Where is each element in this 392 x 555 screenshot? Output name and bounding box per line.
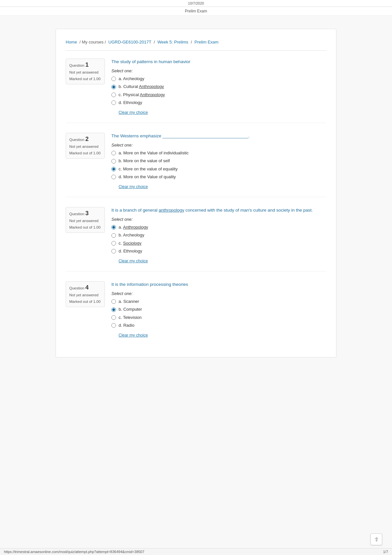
question-2-select-label: Select one: — [111, 143, 326, 147]
question-4-radio-b[interactable] — [111, 307, 116, 312]
breadcrumb-course[interactable]: UGRD-GE6100-2017T — [108, 40, 151, 44]
question-3-radio-d[interactable] — [111, 249, 116, 253]
question-3-block: Question 3 Not yet answered Marked out o… — [66, 207, 326, 271]
question-2-option-d[interactable]: d. More on the Value of quality — [111, 174, 326, 180]
question-1-option-a[interactable]: a. Archeology — [111, 76, 326, 82]
question-2-option-a[interactable]: a. More on the Value of individualistic — [111, 150, 326, 156]
question-4-option-a[interactable]: a. Scanner — [111, 299, 326, 304]
question-2-text: The Westerns emphasize _________________… — [111, 133, 326, 139]
question-4-label-d[interactable]: d. Radio — [119, 322, 134, 328]
question-3-content: It is a branch of general anthropology c… — [111, 207, 326, 263]
question-1-radio-b[interactable] — [111, 85, 116, 89]
question-1-content: The study of patterns in human behavior … — [111, 59, 326, 115]
breadcrumb: Home / My courses / UGRD-GE6100-2017T / … — [66, 36, 326, 51]
question-4-label-c[interactable]: c. Television — [119, 315, 142, 321]
question-4-number: 4 — [85, 284, 89, 291]
question-3-status: Not yet answered — [69, 218, 101, 223]
question-1-label-c[interactable]: c. Physical Anthropology — [119, 92, 165, 98]
question-3-label-b[interactable]: b. Archeology — [119, 232, 144, 238]
question-2-clear-choice[interactable]: Clear my choice — [119, 184, 148, 189]
question-4-option-d[interactable]: d. Radio — [111, 322, 326, 328]
question-2-label-b[interactable]: b. More on the value of self — [119, 158, 170, 164]
question-3-select-label: Select one: — [111, 217, 326, 222]
question-2-option-c[interactable]: c. More on the value of equality — [111, 166, 326, 172]
main-container: Home / My courses / UGRD-GE6100-2017T / … — [56, 29, 336, 357]
page-title-bar: Prelim Exam — [0, 7, 392, 16]
question-3-label-c[interactable]: c. Sociology — [119, 240, 141, 246]
question-4-text: It is the information processing theorie… — [111, 281, 326, 288]
question-2-number: 2 — [85, 136, 89, 142]
question-2-mark: Marked out of 1.00 — [69, 150, 101, 156]
question-1-label-d[interactable]: d. Ethnology — [119, 100, 142, 106]
question-2-label-c[interactable]: c. More on the value of equality — [119, 166, 178, 172]
question-1-block: Question 1 Not yet answered Marked out o… — [66, 59, 326, 123]
question-2-radio-c[interactable] — [111, 167, 116, 171]
question-4-sidebar: Question 4 Not yet answered Marked out o… — [66, 281, 105, 307]
question-3-sidebar: Question 3 Not yet answered Marked out o… — [66, 207, 105, 233]
question-3-radio-b[interactable] — [111, 233, 116, 238]
question-3-option-a[interactable]: a. Anthropology — [111, 224, 326, 230]
question-1-sidebar: Question 1 Not yet answered Marked out o… — [66, 59, 105, 84]
question-1-mark: Marked out of 1.00 — [69, 76, 101, 81]
question-4-label-a[interactable]: a. Scanner — [119, 299, 139, 304]
question-3-radio-c[interactable] — [111, 241, 116, 246]
question-3-option-d[interactable]: d. Ethnology — [111, 248, 326, 254]
question-3-number: 3 — [85, 210, 89, 217]
breadcrumb-exam[interactable]: Prelim Exam — [194, 40, 219, 44]
question-1-radio-d[interactable] — [111, 100, 116, 105]
question-4-radio-d[interactable] — [111, 323, 116, 328]
question-1-radio-c[interactable] — [111, 93, 116, 97]
question-3-text: It is a branch of general anthropology c… — [111, 207, 326, 214]
question-4-mark: Marked out of 1.00 — [69, 299, 101, 304]
question-1-label-b[interactable]: b. Cultural Anthropology — [119, 84, 164, 90]
breadcrumb-week[interactable]: Week 5: Prelims — [157, 40, 188, 44]
question-2-label-d[interactable]: d. More on the Value of quality — [119, 174, 176, 180]
question-4-select-label: Select one: — [111, 291, 326, 296]
question-1-number: 1 — [85, 61, 89, 68]
question-3-option-c[interactable]: c. Sociology — [111, 240, 326, 246]
question-3-mark: Marked out of 1.00 — [69, 225, 101, 230]
question-2-label-a[interactable]: a. More on the Value of individualistic — [119, 150, 188, 156]
question-2-block: Question 2 Not yet answered Marked out o… — [66, 133, 326, 197]
question-4-option-b[interactable]: b. Computer — [111, 306, 326, 312]
question-3-label-a[interactable]: a. Anthropology — [119, 224, 148, 230]
question-2-option-b[interactable]: b. More on the value of self — [111, 158, 326, 164]
question-3-clear-choice[interactable]: Clear my choice — [119, 259, 148, 263]
question-2-sidebar: Question 2 Not yet answered Marked out o… — [66, 133, 105, 159]
question-1-status: Not yet answered — [69, 70, 101, 75]
question-2-radio-b[interactable] — [111, 159, 116, 164]
question-4-block: Question 4 Not yet answered Marked out o… — [66, 281, 326, 338]
question-3-label-d[interactable]: d. Ethnology — [119, 248, 142, 254]
question-3-radio-a[interactable] — [111, 225, 116, 230]
question-2-status: Not yet answered — [69, 144, 101, 149]
page-title: Prelim Exam — [185, 9, 207, 13]
breadcrumb-home[interactable]: Home — [66, 40, 77, 44]
question-1-text: The study of patterns in human behavior — [111, 59, 326, 65]
question-2-radio-d[interactable] — [111, 175, 116, 179]
question-1-radio-a[interactable] — [111, 77, 116, 81]
question-1-label-a[interactable]: a. Archeology — [119, 76, 144, 82]
top-date-bar: 10/7/2020 — [0, 0, 392, 7]
question-4-option-c[interactable]: c. Television — [111, 315, 326, 321]
question-1-select-label: Select one: — [111, 68, 326, 73]
question-4-radio-a[interactable] — [111, 299, 116, 304]
question-4-clear-choice[interactable]: Clear my choice — [119, 333, 148, 338]
question-4-content: It is the information processing theorie… — [111, 281, 326, 338]
question-1-option-b[interactable]: b. Cultural Anthropology — [111, 84, 326, 90]
question-2-content: The Westerns emphasize _________________… — [111, 133, 326, 189]
question-4-status: Not yet answered — [69, 292, 101, 298]
question-1-option-d[interactable]: d. Ethnology — [111, 100, 326, 106]
question-1-option-c[interactable]: c. Physical Anthropology — [111, 92, 326, 98]
question-4-label-b[interactable]: b. Computer — [119, 306, 142, 312]
date-label: 10/7/2020 — [188, 1, 204, 5]
question-3-option-b[interactable]: b. Archeology — [111, 232, 326, 238]
question-4-radio-c[interactable] — [111, 315, 116, 320]
question-2-radio-a[interactable] — [111, 151, 116, 155]
question-1-clear-choice[interactable]: Clear my choice — [119, 110, 148, 115]
